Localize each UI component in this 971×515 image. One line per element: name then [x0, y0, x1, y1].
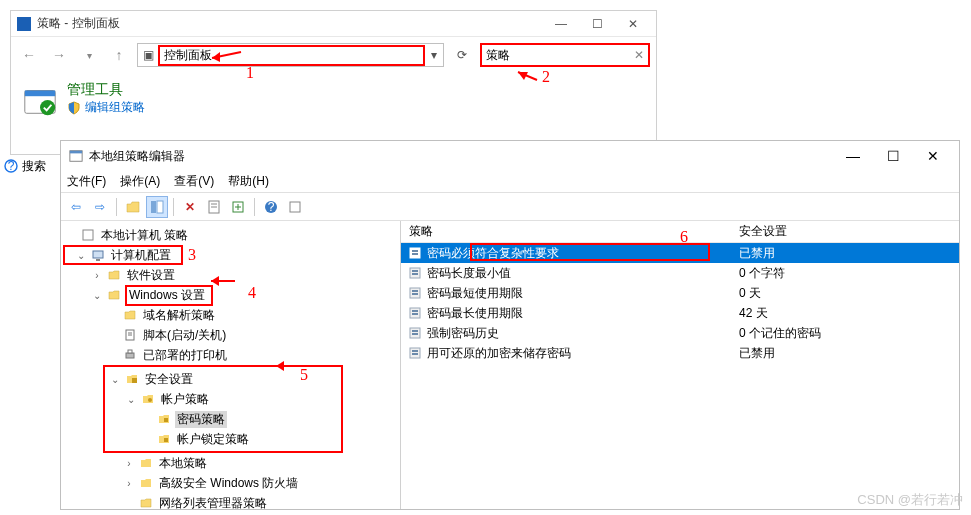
- svg-rect-7: [151, 201, 156, 213]
- menu-help[interactable]: 帮助(H): [228, 173, 269, 190]
- up-button[interactable]: ↑: [107, 43, 131, 67]
- policy-value: 0 天: [731, 285, 959, 302]
- tree-dns-policy[interactable]: 域名解析策略: [63, 305, 398, 325]
- minimize-button[interactable]: —: [544, 13, 578, 35]
- gpedit-body: 本地计算机 策略 ⌄ 计算机配置 › 软件设置 ⌄ Windows 设置 域名解…: [61, 221, 959, 509]
- tree-root[interactable]: 本地计算机 策略: [63, 225, 398, 245]
- policy-row[interactable]: 密码最长使用期限42 天: [401, 303, 959, 323]
- expand-icon[interactable]: ›: [123, 458, 135, 469]
- back-button[interactable]: ←: [17, 43, 41, 67]
- edit-group-policy-link[interactable]: 编辑组策略: [85, 99, 145, 116]
- svg-rect-43: [412, 353, 418, 355]
- policy-item-icon: [407, 265, 423, 281]
- policy-row[interactable]: 密码长度最小值0 个字符: [401, 263, 959, 283]
- policy-name: 密码最长使用期限: [427, 305, 731, 322]
- svg-rect-22: [132, 378, 137, 383]
- tree-printers[interactable]: 已部署的打印机: [63, 345, 398, 365]
- policy-name: 用可还原的加密来储存密码: [427, 345, 731, 362]
- computer-icon: [90, 247, 106, 263]
- password-folder-icon: [156, 411, 172, 427]
- policy-item-icon: [407, 285, 423, 301]
- refresh-icon[interactable]: [284, 196, 306, 218]
- help-icon[interactable]: ?: [260, 196, 282, 218]
- info-icon: ?: [4, 159, 18, 173]
- category-title: 管理工具: [67, 81, 145, 99]
- control-panel-icon: [17, 17, 31, 31]
- forward-icon[interactable]: ⇨: [89, 196, 111, 218]
- expand-icon[interactable]: ›: [91, 270, 103, 281]
- minimize-button[interactable]: —: [835, 143, 871, 169]
- policy-row[interactable]: 密码最短使用期限0 天: [401, 283, 959, 303]
- control-panel-window: 策略 - 控制面板 — ☐ ✕ ← → ▾ ↑ ▣ 控制面板 ▾ ⟳ 策略 ✕ …: [10, 10, 657, 155]
- tree-scripts[interactable]: 脚本(启动/关机): [63, 325, 398, 345]
- search-text[interactable]: 策略: [482, 47, 630, 64]
- tree-pane[interactable]: 本地计算机 策略 ⌄ 计算机配置 › 软件设置 ⌄ Windows 设置 域名解…: [61, 221, 401, 509]
- policy-value: 已禁用: [731, 245, 959, 262]
- lockout-folder-icon: [156, 431, 172, 447]
- tree-password-policy[interactable]: 密码策略: [105, 409, 341, 429]
- control-panel-title: 策略 - 控制面板: [37, 15, 544, 32]
- maximize-button[interactable]: ☐: [580, 13, 614, 35]
- admin-tools-icon: [21, 81, 59, 119]
- maximize-button[interactable]: ☐: [875, 143, 911, 169]
- svg-rect-36: [412, 310, 418, 312]
- close-button[interactable]: ✕: [915, 143, 951, 169]
- search-box[interactable]: 策略 ✕: [480, 43, 650, 67]
- back-icon[interactable]: ⇦: [65, 196, 87, 218]
- up-folder-icon[interactable]: [122, 196, 144, 218]
- tree-local-policies[interactable]: › 本地策略: [63, 453, 398, 473]
- gpedit-menubar: 文件(F) 操作(A) 查看(V) 帮助(H): [61, 171, 959, 193]
- policy-row[interactable]: 密码必须符合复杂性要求已禁用: [401, 243, 959, 263]
- policy-item-icon: [407, 305, 423, 321]
- export-icon[interactable]: [227, 196, 249, 218]
- policy-name: 密码长度最小值: [427, 265, 731, 282]
- history-dropdown[interactable]: ▾: [77, 43, 101, 67]
- menu-file[interactable]: 文件(F): [67, 173, 106, 190]
- list-header: 策略 安全设置: [401, 221, 959, 243]
- tree-software-settings[interactable]: › 软件设置: [63, 265, 398, 285]
- address-bar[interactable]: ▣ 控制面板 ▾: [137, 43, 444, 67]
- tree-firewall[interactable]: › 高级安全 Windows 防火墙: [63, 473, 398, 493]
- tree-security-settings[interactable]: ⌄ 安全设置: [105, 369, 341, 389]
- policy-row[interactable]: 强制密码历史0 个记住的密码: [401, 323, 959, 343]
- gpedit-window: 本地组策略编辑器 — ☐ ✕ 文件(F) 操作(A) 查看(V) 帮助(H) ⇦…: [60, 140, 960, 510]
- shield-icon: [67, 101, 81, 115]
- collapse-icon[interactable]: ⌄: [125, 394, 137, 405]
- collapse-icon[interactable]: ⌄: [91, 290, 103, 301]
- policy-row[interactable]: 用可还原的加密来储存密码已禁用: [401, 343, 959, 363]
- firewall-folder-icon: [138, 475, 154, 491]
- collapse-icon[interactable]: ⌄: [75, 250, 87, 261]
- gpedit-window-controls: — ☐ ✕: [835, 143, 951, 169]
- forward-button[interactable]: →: [47, 43, 71, 67]
- folder-icon: [106, 287, 122, 303]
- properties-icon[interactable]: [203, 196, 225, 218]
- svg-point-2: [40, 100, 55, 115]
- expand-icon[interactable]: ›: [123, 478, 135, 489]
- tree-windows-settings[interactable]: ⌄ Windows 设置: [63, 285, 398, 305]
- address-text[interactable]: 控制面板: [158, 45, 425, 66]
- clear-search-icon[interactable]: ✕: [630, 48, 648, 62]
- policy-name: 密码必须符合复杂性要求: [427, 245, 731, 262]
- tree-nlm[interactable]: 网络列表管理器策略: [63, 493, 398, 509]
- svg-rect-20: [126, 353, 134, 358]
- policy-name: 强制密码历史: [427, 325, 731, 342]
- header-setting[interactable]: 安全设置: [731, 223, 959, 240]
- delete-icon[interactable]: ✕: [179, 196, 201, 218]
- svg-rect-18: [96, 259, 100, 261]
- header-policy[interactable]: 策略: [401, 223, 731, 240]
- close-button[interactable]: ✕: [616, 13, 650, 35]
- show-hide-tree-icon[interactable]: [146, 196, 168, 218]
- svg-rect-1: [25, 91, 55, 97]
- watermark: CSDN @若行若冲: [857, 491, 963, 509]
- tree-lockout-policy[interactable]: 帐户锁定策略: [105, 429, 341, 449]
- refresh-button[interactable]: ⟳: [450, 43, 474, 67]
- svg-text:?: ?: [8, 159, 15, 173]
- tree-computer-config[interactable]: ⌄ 计算机配置: [63, 245, 183, 265]
- list-pane[interactable]: 策略 安全设置 密码必须符合复杂性要求已禁用密码长度最小值0 个字符密码最短使用…: [401, 221, 959, 509]
- collapse-icon[interactable]: ⌄: [109, 374, 121, 385]
- tree-account-policies[interactable]: ⌄ 帐户策略: [105, 389, 341, 409]
- menu-view[interactable]: 查看(V): [174, 173, 214, 190]
- address-dropdown-icon[interactable]: ▾: [425, 48, 443, 62]
- control-panel-titlebar: 策略 - 控制面板 — ☐ ✕: [11, 11, 656, 37]
- menu-action[interactable]: 操作(A): [120, 173, 160, 190]
